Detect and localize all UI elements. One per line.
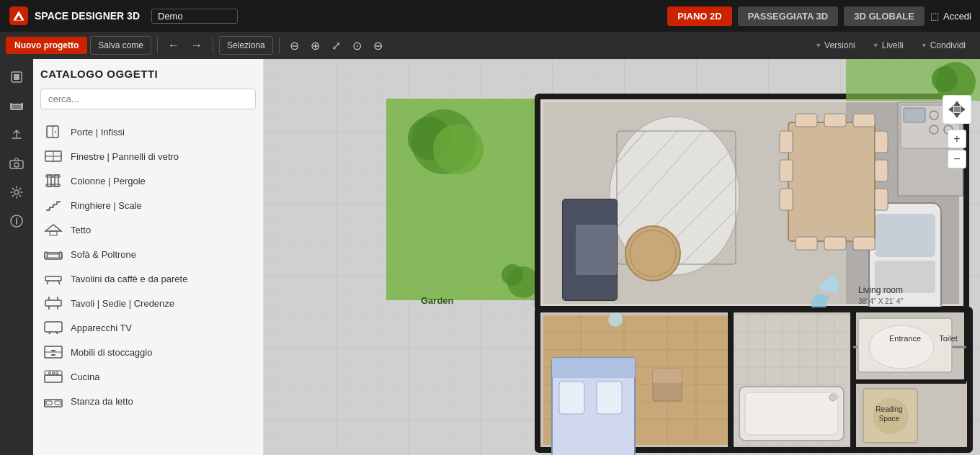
sofa-icon-btn[interactable] (4, 94, 29, 118)
catalog-item-tv-label: Apparecchi TV (71, 323, 132, 333)
svg-point-58 (502, 264, 523, 286)
svg-point-8 (14, 163, 19, 167)
fit-button[interactable]: ⤢ (327, 36, 345, 55)
catalog-item-cucina[interactable]: Cucina (40, 364, 256, 389)
svg-rect-143 (552, 358, 635, 378)
svg-point-46 (56, 372, 58, 374)
rotate-button[interactable]: ⊙ (348, 36, 366, 55)
catalog-search[interactable] (40, 89, 256, 109)
svg-rect-144 (559, 382, 584, 414)
svg-rect-129 (780, 131, 793, 153)
zoom-out-button[interactable]: ⊖ (285, 36, 303, 55)
svg-text:Living room: Living room (858, 285, 903, 295)
salva-come-button[interactable]: Salva come (90, 36, 151, 55)
svg-rect-128 (853, 237, 875, 250)
svg-rect-19 (55, 175, 58, 186)
nav-arrows[interactable] (943, 95, 971, 124)
svg-point-9 (14, 190, 19, 194)
catalog-item-tavolini[interactable]: Tavolini da caffè e da parete (40, 266, 256, 291)
svg-rect-41 (51, 354, 55, 356)
svg-point-150 (829, 394, 837, 401)
settings-icon-btn[interactable] (4, 180, 29, 204)
redo-button[interactable]: → (187, 36, 207, 55)
catalog-item-tavoli-label: Tavoli | Sedie | Credenze (71, 298, 174, 309)
piano2d-button[interactable]: PIANO 2D (667, 6, 731, 26)
storage-icon (43, 345, 63, 359)
svg-rect-30 (45, 300, 61, 306)
catalog-item-porte[interactable]: Porte | Infissi (40, 120, 256, 144)
catalog-item-tavolini-label: Tavolini da caffè e da parete (71, 274, 187, 284)
svg-rect-49 (55, 401, 61, 405)
sidebar-icons (0, 59, 33, 455)
catalog-item-stanza-label: Stanza da letto (71, 396, 133, 407)
catalog-item-mobili[interactable]: Mobili di stoccaggio (40, 340, 256, 364)
catalog-item-porte-label: Porte | Infissi (71, 127, 125, 138)
stairs-icon (43, 198, 63, 212)
catalog-item-tetto[interactable]: Tetto (40, 217, 256, 242)
catalog-item-colonne-label: Colonne | Pergole (71, 176, 146, 186)
passeggiata3d-button[interactable]: PASSEGGIATA 3D (738, 6, 838, 26)
svg-rect-132 (875, 131, 888, 153)
svg-rect-6 (21, 103, 23, 108)
svg-rect-123 (796, 114, 817, 127)
catalog-item-cucina-label: Cucina (71, 371, 99, 382)
svg-rect-126 (796, 237, 817, 250)
info-icon-btn[interactable] (4, 209, 29, 233)
window-icon (43, 149, 63, 163)
livelli-button[interactable]: Livelli (864, 37, 912, 54)
svg-text:Toilet: Toilet (939, 334, 958, 343)
table-icon (43, 296, 63, 310)
condividi-button[interactable]: Condividi (912, 37, 974, 54)
catalog-item-ringhiere[interactable]: Ringhiere | Scale (40, 193, 256, 217)
floorplan-svg: Garden Living room 38' 4" X 21' 4" Bedro… (264, 59, 980, 455)
app-logo: SPACE DESIGNER 3D (9, 6, 140, 26)
svg-rect-16 (48, 175, 51, 186)
svg-rect-131 (780, 189, 793, 210)
svg-rect-137 (904, 108, 925, 122)
svg-text:Reading: Reading (876, 405, 902, 413)
svg-rect-167 (954, 107, 960, 112)
catalog-item-tavoli[interactable]: Tavoli | Sedie | Credenze (40, 291, 256, 315)
floorplan-area[interactable]: Garden Living room 38' 4" X 21' 4" Bedro… (264, 59, 980, 455)
catalog-list: Porte | Infissi Finestre | Pannelli di v… (40, 120, 256, 413)
zoom-in-button[interactable]: ⊕ (306, 36, 324, 55)
catalog-panel: CATALOGO OGGETTI Porte | Infissi Finestr… (33, 59, 264, 455)
zoom-controls: + − (943, 95, 971, 168)
svg-rect-134 (875, 189, 888, 210)
svg-rect-130 (780, 160, 793, 181)
globale3d-button[interactable]: 3D GLOBALE (844, 6, 925, 26)
accedi-button[interactable]: ⬚ Accedi (930, 11, 971, 22)
svg-rect-66 (875, 214, 935, 257)
catalog-title: CATALOGO OGGETTI (40, 68, 256, 80)
svg-rect-145 (597, 382, 622, 414)
minus-button[interactable]: ⊖ (369, 36, 387, 55)
nuovo-progetto-button[interactable]: Nuovo progetto (6, 37, 87, 54)
svg-rect-4 (12, 105, 22, 109)
svg-rect-5 (10, 103, 12, 108)
toolbar-separator-2 (213, 37, 213, 53)
svg-point-121 (608, 312, 623, 327)
svg-rect-43 (45, 371, 62, 375)
versioni-button[interactable]: Versioni (806, 37, 864, 54)
project-name-input[interactable] (151, 9, 238, 24)
login-icon: ⬚ (930, 11, 939, 22)
catalog-item-tetto-label: Tetto (71, 225, 91, 235)
cursor-icon-btn[interactable] (4, 65, 29, 89)
catalog-item-colonne[interactable]: Colonne | Pergole (40, 168, 256, 193)
catalog-item-stanza[interactable]: Stanza da letto (40, 389, 256, 413)
zoom-out-floorplan-btn[interactable]: − (948, 150, 966, 168)
catalog-item-sofa[interactable]: Sofà & Poltrone (40, 242, 256, 266)
catalog-item-finestre[interactable]: Finestre | Pannelli di vetro (40, 144, 256, 168)
upload-icon-btn[interactable] (4, 122, 29, 147)
undo-button[interactable]: ← (164, 36, 184, 55)
toolbar-separator-3 (279, 37, 280, 53)
svg-point-12 (55, 131, 56, 132)
seleziona-button[interactable]: Seleziona (219, 36, 273, 55)
catalog-item-tv[interactable]: Apparecchi TV (40, 315, 256, 340)
svg-text:Garden: Garden (421, 295, 454, 306)
catalog-item-ringhiere-label: Ringhiere | Scale (71, 200, 142, 211)
zoom-in-floorplan-btn[interactable]: + (948, 130, 966, 148)
camera-icon-btn[interactable] (4, 151, 29, 176)
svg-rect-40 (51, 350, 55, 351)
svg-rect-27 (45, 276, 61, 281)
